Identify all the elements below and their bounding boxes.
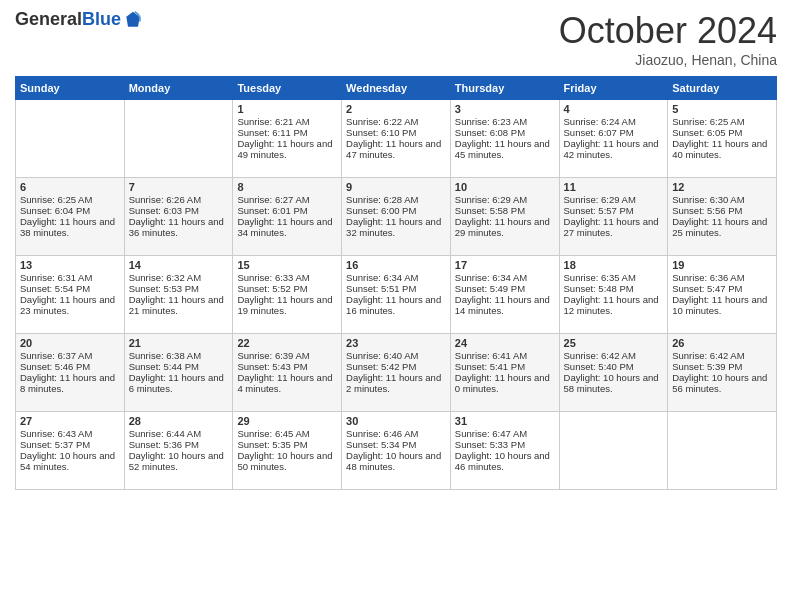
sunrise-text: Sunrise: 6:47 AM <box>455 428 555 439</box>
day-number: 25 <box>564 337 664 349</box>
calendar-week-3: 13Sunrise: 6:31 AMSunset: 5:54 PMDayligh… <box>16 256 777 334</box>
sunset-text: Sunset: 5:44 PM <box>129 361 229 372</box>
month-title: October 2024 <box>559 10 777 52</box>
day-number: 20 <box>20 337 120 349</box>
calendar-week-5: 27Sunrise: 6:43 AMSunset: 5:37 PMDayligh… <box>16 412 777 490</box>
day-number: 21 <box>129 337 229 349</box>
sunset-text: Sunset: 5:40 PM <box>564 361 664 372</box>
calendar-cell: 17Sunrise: 6:34 AMSunset: 5:49 PMDayligh… <box>450 256 559 334</box>
daylight-text: Daylight: 11 hours and 38 minutes. <box>20 216 120 238</box>
sunset-text: Sunset: 6:00 PM <box>346 205 446 216</box>
calendar-header-row: SundayMondayTuesdayWednesdayThursdayFrid… <box>16 77 777 100</box>
day-header-wednesday: Wednesday <box>342 77 451 100</box>
daylight-text: Daylight: 10 hours and 48 minutes. <box>346 450 446 472</box>
calendar-cell: 18Sunrise: 6:35 AMSunset: 5:48 PMDayligh… <box>559 256 668 334</box>
sunset-text: Sunset: 6:07 PM <box>564 127 664 138</box>
day-number: 8 <box>237 181 337 193</box>
calendar-cell: 12Sunrise: 6:30 AMSunset: 5:56 PMDayligh… <box>668 178 777 256</box>
sunrise-text: Sunrise: 6:30 AM <box>672 194 772 205</box>
daylight-text: Daylight: 11 hours and 0 minutes. <box>455 372 555 394</box>
day-number: 18 <box>564 259 664 271</box>
sunset-text: Sunset: 6:05 PM <box>672 127 772 138</box>
calendar-cell: 30Sunrise: 6:46 AMSunset: 5:34 PMDayligh… <box>342 412 451 490</box>
sunset-text: Sunset: 6:10 PM <box>346 127 446 138</box>
daylight-text: Daylight: 11 hours and 16 minutes. <box>346 294 446 316</box>
daylight-text: Daylight: 11 hours and 34 minutes. <box>237 216 337 238</box>
daylight-text: Daylight: 11 hours and 4 minutes. <box>237 372 337 394</box>
calendar-cell: 11Sunrise: 6:29 AMSunset: 5:57 PMDayligh… <box>559 178 668 256</box>
sunset-text: Sunset: 5:39 PM <box>672 361 772 372</box>
calendar-cell: 19Sunrise: 6:36 AMSunset: 5:47 PMDayligh… <box>668 256 777 334</box>
day-number: 12 <box>672 181 772 193</box>
sunset-text: Sunset: 5:54 PM <box>20 283 120 294</box>
daylight-text: Daylight: 11 hours and 32 minutes. <box>346 216 446 238</box>
sunrise-text: Sunrise: 6:23 AM <box>455 116 555 127</box>
day-number: 15 <box>237 259 337 271</box>
sunrise-text: Sunrise: 6:29 AM <box>564 194 664 205</box>
sunrise-text: Sunrise: 6:38 AM <box>129 350 229 361</box>
sunset-text: Sunset: 5:53 PM <box>129 283 229 294</box>
calendar-cell: 3Sunrise: 6:23 AMSunset: 6:08 PMDaylight… <box>450 100 559 178</box>
day-number: 17 <box>455 259 555 271</box>
sunset-text: Sunset: 5:58 PM <box>455 205 555 216</box>
daylight-text: Daylight: 11 hours and 6 minutes. <box>129 372 229 394</box>
calendar-cell <box>668 412 777 490</box>
day-header-saturday: Saturday <box>668 77 777 100</box>
calendar-cell: 26Sunrise: 6:42 AMSunset: 5:39 PMDayligh… <box>668 334 777 412</box>
calendar-cell: 31Sunrise: 6:47 AMSunset: 5:33 PMDayligh… <box>450 412 559 490</box>
sunrise-text: Sunrise: 6:28 AM <box>346 194 446 205</box>
daylight-text: Daylight: 10 hours and 52 minutes. <box>129 450 229 472</box>
sunrise-text: Sunrise: 6:25 AM <box>20 194 120 205</box>
day-header-sunday: Sunday <box>16 77 125 100</box>
sunrise-text: Sunrise: 6:42 AM <box>564 350 664 361</box>
day-number: 30 <box>346 415 446 427</box>
calendar-cell: 23Sunrise: 6:40 AMSunset: 5:42 PMDayligh… <box>342 334 451 412</box>
calendar-cell: 15Sunrise: 6:33 AMSunset: 5:52 PMDayligh… <box>233 256 342 334</box>
daylight-text: Daylight: 11 hours and 49 minutes. <box>237 138 337 160</box>
day-number: 22 <box>237 337 337 349</box>
sunrise-text: Sunrise: 6:44 AM <box>129 428 229 439</box>
sunset-text: Sunset: 5:34 PM <box>346 439 446 450</box>
day-number: 4 <box>564 103 664 115</box>
sunset-text: Sunset: 6:08 PM <box>455 127 555 138</box>
location: Jiaozuo, Henan, China <box>559 52 777 68</box>
daylight-text: Daylight: 10 hours and 50 minutes. <box>237 450 337 472</box>
sunset-text: Sunset: 5:33 PM <box>455 439 555 450</box>
sunset-text: Sunset: 5:56 PM <box>672 205 772 216</box>
day-number: 16 <box>346 259 446 271</box>
calendar-cell: 9Sunrise: 6:28 AMSunset: 6:00 PMDaylight… <box>342 178 451 256</box>
sunset-text: Sunset: 5:41 PM <box>455 361 555 372</box>
calendar: SundayMondayTuesdayWednesdayThursdayFrid… <box>15 76 777 490</box>
sunset-text: Sunset: 5:51 PM <box>346 283 446 294</box>
daylight-text: Daylight: 11 hours and 29 minutes. <box>455 216 555 238</box>
sunset-text: Sunset: 5:46 PM <box>20 361 120 372</box>
sunrise-text: Sunrise: 6:29 AM <box>455 194 555 205</box>
day-number: 9 <box>346 181 446 193</box>
sunrise-text: Sunrise: 6:37 AM <box>20 350 120 361</box>
daylight-text: Daylight: 10 hours and 54 minutes. <box>20 450 120 472</box>
sunrise-text: Sunrise: 6:25 AM <box>672 116 772 127</box>
daylight-text: Daylight: 10 hours and 56 minutes. <box>672 372 772 394</box>
sunrise-text: Sunrise: 6:24 AM <box>564 116 664 127</box>
daylight-text: Daylight: 11 hours and 36 minutes. <box>129 216 229 238</box>
sunrise-text: Sunrise: 6:46 AM <box>346 428 446 439</box>
daylight-text: Daylight: 11 hours and 25 minutes. <box>672 216 772 238</box>
sunset-text: Sunset: 5:42 PM <box>346 361 446 372</box>
day-number: 23 <box>346 337 446 349</box>
daylight-text: Daylight: 11 hours and 45 minutes. <box>455 138 555 160</box>
daylight-text: Daylight: 11 hours and 2 minutes. <box>346 372 446 394</box>
day-number: 19 <box>672 259 772 271</box>
day-number: 13 <box>20 259 120 271</box>
day-number: 27 <box>20 415 120 427</box>
day-number: 26 <box>672 337 772 349</box>
calendar-cell: 28Sunrise: 6:44 AMSunset: 5:36 PMDayligh… <box>124 412 233 490</box>
day-number: 7 <box>129 181 229 193</box>
daylight-text: Daylight: 11 hours and 27 minutes. <box>564 216 664 238</box>
sunset-text: Sunset: 5:37 PM <box>20 439 120 450</box>
sunrise-text: Sunrise: 6:26 AM <box>129 194 229 205</box>
daylight-text: Daylight: 10 hours and 46 minutes. <box>455 450 555 472</box>
day-number: 6 <box>20 181 120 193</box>
sunset-text: Sunset: 6:01 PM <box>237 205 337 216</box>
sunrise-text: Sunrise: 6:43 AM <box>20 428 120 439</box>
calendar-cell: 20Sunrise: 6:37 AMSunset: 5:46 PMDayligh… <box>16 334 125 412</box>
